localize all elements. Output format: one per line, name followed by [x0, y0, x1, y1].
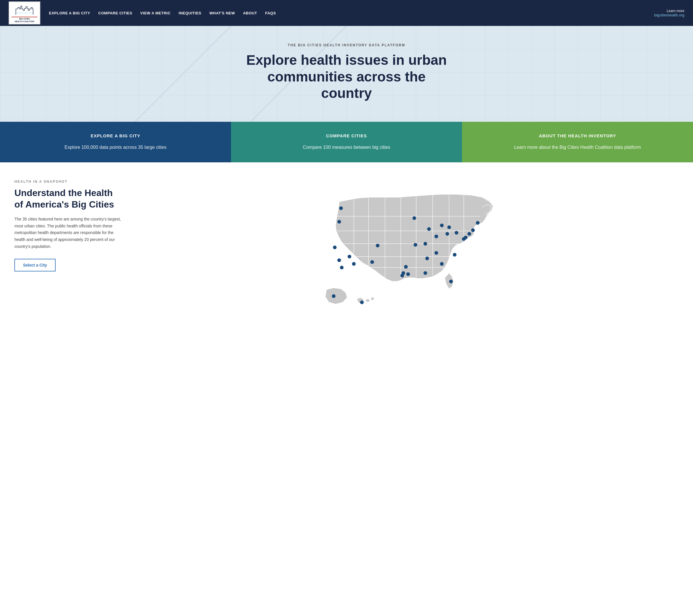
city-dot-miami[interactable]: Miami [449, 280, 453, 283]
nav-whats-new[interactable]: WHAT'S NEW [210, 11, 235, 15]
snapshot-section: HEALTH IN A SNAPSHOT Understand the Heal… [0, 162, 693, 332]
card-compare-title: COMPARE CITIES [240, 133, 453, 138]
card-about-health-inventory[interactable]: ABOUT THE HEALTH INVENTORY Learn more ab… [462, 122, 693, 162]
logo-text: BIG CITIESHEALTH COALITION [12, 17, 37, 23]
card-explore-desc: Explore 100,000 data points across 35 la… [8, 144, 222, 151]
city-dot-charlotte[interactable]: Charlotte [453, 253, 457, 256]
snapshot-title: Understand the Health of America's Big C… [14, 187, 124, 210]
card-about-title: ABOUT THE HEALTH INVENTORY [471, 133, 685, 138]
card-compare-desc: Compare 100 measures between big cities [240, 144, 453, 151]
city-dot-baltimore[interactable]: Baltimore [464, 236, 468, 240]
nav-learn-more: Learn more bigcitieshealth.org [654, 9, 685, 17]
card-compare-cities[interactable]: COMPARE CITIES Compare 100 measures betw… [231, 122, 462, 162]
city-dot-albuquerque[interactable]: Albuquerque [371, 260, 374, 264]
navigation: BIG CITIESHEALTH COALITION EXPLORE A BIG… [0, 0, 693, 26]
nav-inequities[interactable]: INEQUITIES [179, 11, 201, 15]
city-dot-st.-louis[interactable]: St. Louis [423, 242, 427, 246]
snapshot-text: HEALTH IN A SNAPSHOT Understand the Heal… [14, 180, 124, 271]
city-dot-indianapolis[interactable]: Indianapolis [434, 234, 438, 238]
site-logo[interactable]: BIG CITIESHEALTH COALITION [8, 1, 40, 24]
city-dot-columbus[interactable]: Columbus [446, 232, 449, 236]
city-dot-new-york[interactable]: New York [471, 228, 475, 232]
city-dot-denver[interactable]: Denver [376, 244, 380, 248]
city-dot-minneapolis[interactable]: Minneapolis [413, 216, 416, 220]
city-dot-honolulu[interactable]: Honolulu [360, 301, 364, 304]
city-dot-chicago[interactable]: Chicago [427, 227, 431, 231]
city-dot-las-vegas[interactable]: Las Vegas [348, 255, 351, 259]
city-dot-los-angeles[interactable]: Los Angeles [337, 258, 341, 262]
city-dot-memphis[interactable]: Memphis [425, 256, 429, 260]
city-dot-atlanta[interactable]: Atlanta [440, 262, 444, 266]
nav-explore-big-city[interactable]: EXPLORE A BIG CITY [49, 11, 90, 15]
learn-more-label: Learn more [654, 9, 685, 13]
city-dot-kansas-city[interactable]: Kansas City [414, 243, 417, 247]
city-dot-detroit[interactable]: Detroit [440, 224, 444, 227]
city-dot-san-francisco[interactable]: San Francisco [333, 246, 337, 249]
us-states [325, 194, 493, 304]
city-dot-philadelphia[interactable]: Philadelphia [468, 232, 471, 236]
hero-section: THE BIG CITIES HEALTH INVENTORY DATA PLA… [0, 26, 693, 122]
city-dot-portland[interactable]: Portland [337, 220, 341, 224]
city-dot-dallas[interactable]: Dallas [404, 265, 408, 269]
hero-title: Explore health issues in urban communiti… [246, 52, 447, 102]
nav-view-metric[interactable]: VIEW A METRIC [140, 11, 171, 15]
card-explore-big-city[interactable]: EXPLORE A BIG CITY Explore 100,000 data … [0, 122, 231, 162]
city-dot-cleveland[interactable]: Cleveland [447, 225, 451, 229]
city-dot-austin[interactable]: Austin [401, 271, 405, 275]
logo-icon [14, 3, 35, 16]
us-map: SeattlePortlandSan FranciscoLos AngelesS… [306, 180, 508, 315]
nav-faqs[interactable]: FAQS [265, 11, 276, 15]
select-city-button[interactable]: Select a City [14, 259, 56, 271]
city-dot-phoenix[interactable]: Phoenix [352, 262, 356, 266]
city-dot-san-diego[interactable]: San Diego [340, 266, 344, 269]
city-dot-boston[interactable]: Boston [476, 221, 479, 225]
city-dot-seattle[interactable]: Seattle [339, 206, 343, 210]
nav-links: EXPLORE A BIG CITY COMPARE CITIES VIEW A… [49, 11, 654, 15]
city-dot-new-orleans[interactable]: New Orleans [423, 271, 427, 275]
feature-cards: EXPLORE A BIG CITY Explore 100,000 data … [0, 122, 693, 162]
learn-more-link[interactable]: bigcitieshealth.org [654, 13, 685, 17]
city-dot-anchorage[interactable]: Anchorage [332, 294, 336, 298]
nav-about[interactable]: ABOUT [243, 11, 257, 15]
city-dot-nashville[interactable]: Nashville [434, 251, 438, 255]
city-dot-houston[interactable]: Houston [406, 272, 410, 276]
snapshot-label: HEALTH IN A SNAPSHOT [14, 180, 124, 184]
hero-subtitle: THE BIG CITIES HEALTH INVENTORY DATA PLA… [6, 43, 687, 47]
snapshot-description: The 35 cities featured here are among th… [14, 216, 124, 250]
us-map-container: SeattlePortlandSan FranciscoLos AngelesS… [135, 180, 679, 315]
nav-compare-cities[interactable]: COMPARE CITIES [98, 11, 132, 15]
card-about-desc: Learn more about the Big Cities Health C… [471, 144, 685, 151]
card-explore-title: EXPLORE A BIG CITY [8, 133, 222, 138]
city-dot-pittsburgh[interactable]: Pittsburgh [455, 231, 458, 234]
